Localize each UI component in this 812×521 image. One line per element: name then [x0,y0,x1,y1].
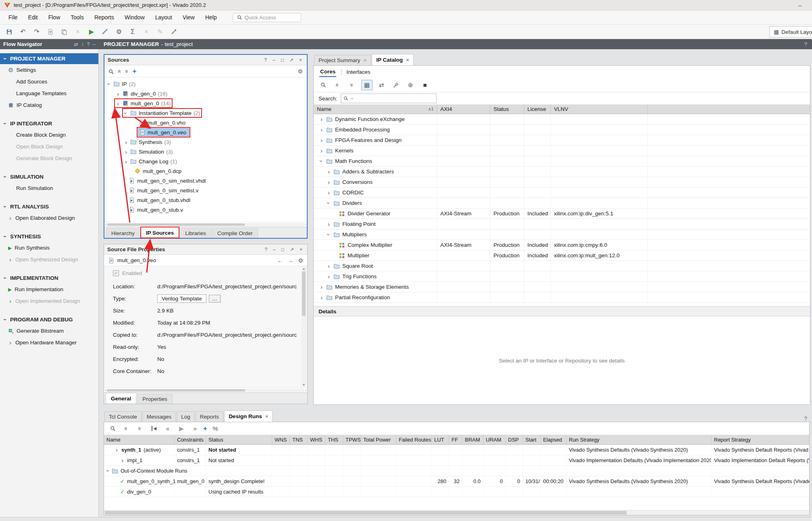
nav-header-program-and-debug[interactable]: ›PROGRAM AND DEBUG [0,314,98,325]
menu-help[interactable]: Help [200,12,222,23]
nav-header-rtl-analysis[interactable]: ›RTL ANALYSIS [0,201,98,212]
tree-item-stub-v[interactable]: mult_gen_0_stub.v [104,205,307,215]
scroll-left-icon[interactable]: ‹ [105,222,106,227]
close-icon[interactable]: × [265,413,269,419]
minimize-icon[interactable]: – [93,42,96,47]
run-row-mult-gen-0-synth-1[interactable]: ✓mult_gen_0_synth_1 mult_gen_0 synth_des… [104,476,809,487]
column-constraints[interactable]: Constraints [175,435,206,444]
catalog-row[interactable]: ›Floating Point [314,219,810,229]
vertical-scrollbar[interactable]: ▲▼ [301,267,306,387]
catalog-row[interactable]: ›Memories & Storage Elements [314,282,810,292]
reports-sigma-button[interactable]: Σ [127,26,139,38]
nav-item-run-synthesis[interactable]: ▶Run Synthesis [0,242,98,254]
stop-icon[interactable]: ■ [419,80,431,90]
settings-gear-icon[interactable]: ⚙ [298,68,303,75]
chevron-right-icon[interactable]: › [319,138,324,142]
chevron-right-icon[interactable]: › [327,180,331,184]
column-whs[interactable]: WHS [308,435,325,444]
step-forward-icon[interactable]: » [189,423,201,434]
expand-all-icon[interactable]: » [347,79,358,91]
nav-item-language-templates[interactable]: Language Templates [0,88,98,99]
chevron-right-icon[interactable]: › [115,448,119,452]
catalog-row[interactable]: ›Adders & Subtracters [314,167,810,177]
catalog-row[interactable]: ›Square Root [314,261,810,271]
catalog-row[interactable]: ›Embedded Processing [314,125,810,135]
catalog-row[interactable]: ›CORDIC [314,188,810,198]
run-row-ooc-module-runs[interactable]: ›Out-of-Context Module Runs [104,466,809,476]
catalog-row[interactable]: ›Dynamic Function eXchange [314,114,810,125]
add-repository-icon[interactable]: ⊕ [405,80,416,90]
tab-properties[interactable]: Properties [137,394,173,404]
column-name[interactable]: Name [104,435,175,444]
tree-item-ip[interactable]: ›IP(2) [104,79,307,89]
column-status[interactable]: Status [206,435,272,444]
column-name[interactable]: Name∧1 [314,104,437,114]
chevron-down-icon[interactable]: › [319,159,324,163]
nav-item-settings[interactable]: ⚙Settings [0,64,98,76]
menu-flow[interactable]: Flow [43,12,66,23]
menu-layout[interactable]: Layout [150,12,177,23]
catalog-search-input[interactable]: › [341,94,437,103]
chevron-right-icon[interactable]: › [116,101,120,106]
step-back-icon[interactable]: « [162,423,173,434]
tree-item-mult-gen-0-dcp[interactable]: mult_gen_0.dcp [104,166,307,176]
search-icon[interactable] [318,80,329,90]
horizontal-scrollbar[interactable]: ‹› [104,222,307,227]
forward-arrow-icon[interactable]: → [287,257,293,264]
maximize-icon[interactable]: □ [279,57,285,63]
settings-gear-icon[interactable]: ⚙ [298,257,303,264]
column-dsp[interactable]: DSP [506,435,523,444]
tree-item-stub-vhdl[interactable]: mult_gen_0_stub.vhdl [104,195,307,205]
column-start[interactable]: Start [523,435,541,444]
maximize-icon[interactable]: □ [280,247,286,252]
run-icon[interactable]: ▶ [176,423,187,434]
close-icon[interactable]: × [298,247,304,252]
column-bram[interactable]: BRAM [462,435,483,444]
nav-item-run-simulation[interactable]: Run Simulation [0,182,98,194]
chevron-right-icon[interactable]: › [319,285,324,289]
nav-item-open-hardware-manager[interactable]: ›Open Hardware Manager [0,337,98,348]
float-icon[interactable]: ↗ [288,247,296,252]
run-row-synth-1[interactable]: ›synth_1(active) constrs_1 Not started V… [104,445,809,455]
compare-versions-icon[interactable]: ⇄ [376,80,387,90]
scroll-up-icon[interactable]: ▲ [302,267,306,271]
chevron-right-icon[interactable]: › [319,117,324,121]
column-license[interactable]: License [524,104,551,114]
chevron-right-icon[interactable]: › [124,150,128,154]
redo-button[interactable]: ↷ [31,26,43,38]
column-uram[interactable]: URAM [483,435,506,444]
create-run-icon[interactable]: + [203,425,207,433]
column-wns[interactable]: WNS [272,435,290,444]
catalog-row[interactable]: ›Conversions [314,177,810,188]
group-by-category-icon[interactable]: ▦ [361,80,373,90]
help-icon[interactable]: ? [804,41,807,47]
help-icon[interactable]: ? [804,415,810,422]
scroll-thumb[interactable] [107,389,245,392]
tab-libraries[interactable]: Libraries [180,228,211,238]
run-button[interactable]: ▶ [85,26,98,38]
run-row-div-gen-0[interactable]: ✓div_gen_0 Using cached IP results [104,487,809,497]
nav-item-run-implementation[interactable]: ▶Run Implementation [0,283,98,295]
tree-item-mult-gen-0-vho[interactable]: mult_gen_0.vho [104,118,307,127]
column-tpws[interactable]: TPWS [343,435,361,444]
scroll-thumb[interactable] [105,511,627,515]
chevron-right-icon[interactable]: › [124,159,128,164]
quick-access-search[interactable]: Quick Access [233,13,301,22]
layout-selector-button[interactable]: ▦ Default Layout [769,26,812,38]
close-icon[interactable]: × [298,57,304,63]
collapse-all-icon[interactable]: « [333,79,343,91]
run-row-impl-1[interactable]: ›impl_1 constrs_1 Not started Vivado Imp… [104,455,809,466]
chevron-right-icon[interactable]: › [319,148,324,153]
column-ff[interactable]: FF [449,435,462,444]
menu-reports[interactable]: Reports [89,12,119,23]
tree-item-mult-gen-0[interactable]: ›mult_gen_0(14) [104,98,307,108]
menu-view[interactable]: View [177,12,200,23]
scroll-down-icon[interactable]: ▼ [302,383,306,387]
menu-edit[interactable]: Edit [23,12,43,23]
save-button[interactable] [3,26,15,38]
scroll-thumb[interactable] [302,271,306,316]
column-tns[interactable]: TNS [290,435,308,444]
column-ths[interactable]: THS [325,435,343,444]
chevron-right-icon[interactable]: › [327,264,331,268]
chevron-right-icon[interactable]: › [327,222,331,226]
